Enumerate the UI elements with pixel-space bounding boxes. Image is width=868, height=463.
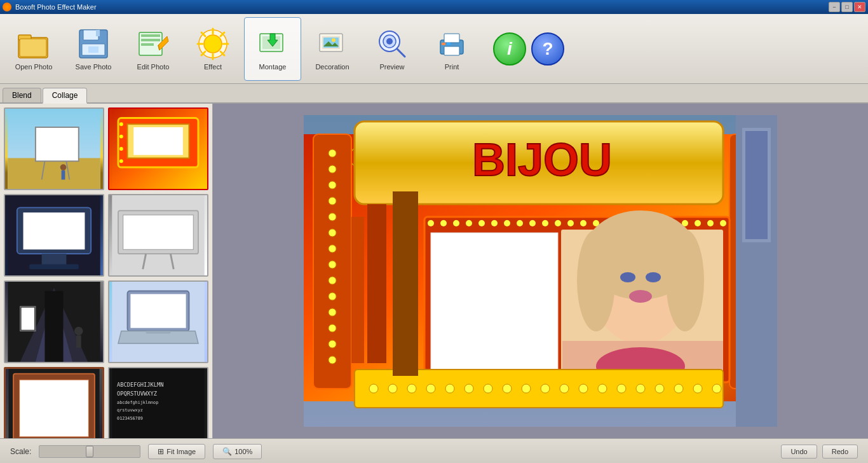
- window-title: Boxoft Photo Effect Maker: [15, 3, 97, 11]
- svg-text:0123456789: 0123456789: [117, 416, 143, 421]
- svg-point-154: [666, 230, 704, 331]
- fit-image-icon: ⊞: [158, 447, 164, 456]
- info-button[interactable]: i: [493, 32, 526, 66]
- tab-collage[interactable]: Collage: [43, 88, 88, 104]
- bottom-bar: Scale: ⊞ Fit Image 🔍 100% Undo Redo: [0, 438, 868, 463]
- svg-rect-60: [29, 265, 79, 270]
- montage-button[interactable]: Montage: [244, 17, 301, 81]
- scale-label: Scale:: [10, 447, 31, 456]
- svg-point-99: [329, 197, 336, 205]
- preview-button[interactable]: Preview: [363, 17, 421, 81]
- svg-rect-42: [8, 158, 100, 189]
- svg-point-157: [629, 290, 652, 303]
- thumbnail-item[interactable]: [108, 280, 208, 363]
- svg-point-132: [517, 220, 523, 226]
- decoration-button[interactable]: Decoration: [304, 17, 361, 81]
- svg-point-46: [60, 164, 67, 170]
- tabs-bar: Blend Collage: [0, 84, 868, 104]
- svg-point-31: [332, 38, 336, 42]
- svg-text:ABCDEFGHIJKLMN: ABCDEFGHIJKLMN: [117, 382, 163, 388]
- tab-blend[interactable]: Blend: [3, 88, 41, 102]
- svg-point-174: [617, 384, 626, 393]
- svg-rect-149: [431, 233, 558, 373]
- svg-point-135: [555, 220, 561, 226]
- svg-point-106: [329, 308, 336, 316]
- svg-point-108: [329, 340, 336, 348]
- thumbnail-item[interactable]: [108, 194, 208, 277]
- svg-rect-69: [44, 291, 63, 362]
- svg-point-127: [453, 220, 459, 226]
- canvas-area: BIJOU: [213, 104, 868, 438]
- svg-point-100: [329, 213, 336, 221]
- svg-point-176: [655, 384, 664, 393]
- svg-rect-63: [123, 215, 193, 249]
- help-button[interactable]: ?: [531, 32, 564, 66]
- redo-button[interactable]: Redo: [822, 445, 858, 459]
- svg-point-54: [119, 147, 123, 151]
- svg-rect-185: [745, 131, 768, 239]
- svg-rect-81: [20, 380, 89, 437]
- scale-slider[interactable]: [39, 445, 140, 458]
- svg-rect-38: [444, 34, 459, 43]
- undo-button[interactable]: Undo: [781, 445, 817, 459]
- toolbar: Open Photo Save Photo Edi: [0, 14, 868, 84]
- svg-point-129: [478, 220, 485, 226]
- svg-text:abcdefghijklmnop: abcdefghijklmnop: [117, 400, 158, 405]
- svg-text:OPQRSTUVWXYZ: OPQRSTUVWXYZ: [117, 390, 157, 397]
- svg-rect-11: [141, 43, 154, 46]
- svg-point-155: [620, 272, 635, 282]
- decoration-icon: [316, 27, 349, 60]
- print-button[interactable]: Print: [423, 17, 480, 81]
- svg-point-166: [465, 384, 473, 393]
- effect-button[interactable]: Effect: [184, 17, 241, 81]
- svg-point-165: [445, 384, 454, 393]
- svg-point-172: [579, 384, 588, 393]
- title-bar-left: Boxoft Photo Effect Maker: [3, 3, 97, 11]
- svg-point-125: [428, 220, 434, 226]
- svg-point-23: [204, 35, 222, 53]
- svg-point-175: [636, 384, 645, 393]
- svg-point-156: [646, 272, 661, 282]
- sidebar: ABCDEFGHIJKLMN OPQRSTUVWXYZ abcdefghijkl…: [0, 104, 213, 438]
- preview-icon: [376, 27, 409, 60]
- thumbnail-item[interactable]: [4, 367, 104, 438]
- edit-photo-button[interactable]: Edit Photo: [125, 17, 182, 81]
- thumbnail-item[interactable]: [4, 194, 104, 277]
- thumbnail-item[interactable]: [108, 107, 208, 190]
- save-photo-button[interactable]: Save Photo: [65, 17, 122, 81]
- scale-thumb: [86, 446, 93, 457]
- svg-point-52: [119, 122, 123, 126]
- maximize-button[interactable]: □: [841, 2, 853, 12]
- svg-point-146: [695, 220, 701, 226]
- svg-rect-76: [130, 294, 186, 328]
- fit-image-button[interactable]: ⊞ Fit Image: [148, 444, 205, 459]
- thumbnail-item[interactable]: [4, 107, 104, 190]
- svg-point-164: [426, 384, 435, 393]
- svg-point-70: [74, 327, 83, 336]
- svg-point-96: [329, 149, 336, 157]
- svg-rect-7: [88, 46, 98, 53]
- svg-text:qrstuvwxyz: qrstuvwxyz: [117, 408, 143, 413]
- sidebar-scroll[interactable]: ABCDEFGHIJKLMN OPQRSTUVWXYZ abcdefghijkl…: [0, 104, 212, 438]
- svg-rect-181: [393, 191, 418, 376]
- zoom-icon: 🔍: [222, 447, 232, 456]
- svg-point-153: [577, 230, 615, 331]
- svg-point-170: [541, 384, 550, 393]
- edit-icon: [137, 27, 170, 60]
- svg-point-126: [440, 220, 447, 226]
- zoom-level-button[interactable]: 🔍 100%: [213, 444, 262, 459]
- title-bar-controls[interactable]: − □ ✕: [829, 2, 865, 12]
- save-icon: [77, 27, 110, 60]
- open-photo-button[interactable]: Open Photo: [5, 17, 62, 81]
- thumbnail-item[interactable]: [4, 280, 104, 363]
- svg-point-162: [388, 384, 397, 393]
- svg-point-137: [580, 220, 587, 226]
- minimize-button[interactable]: −: [829, 2, 840, 12]
- thumbnail-item[interactable]: ABCDEFGHIJKLMN OPQRSTUVWXYZ abcdefghijkl…: [108, 367, 208, 438]
- print-icon: [435, 27, 468, 60]
- preview-label: Preview: [379, 63, 404, 71]
- svg-point-178: [693, 384, 702, 393]
- close-button[interactable]: ✕: [854, 2, 865, 12]
- svg-point-177: [674, 384, 683, 393]
- svg-point-169: [522, 384, 531, 393]
